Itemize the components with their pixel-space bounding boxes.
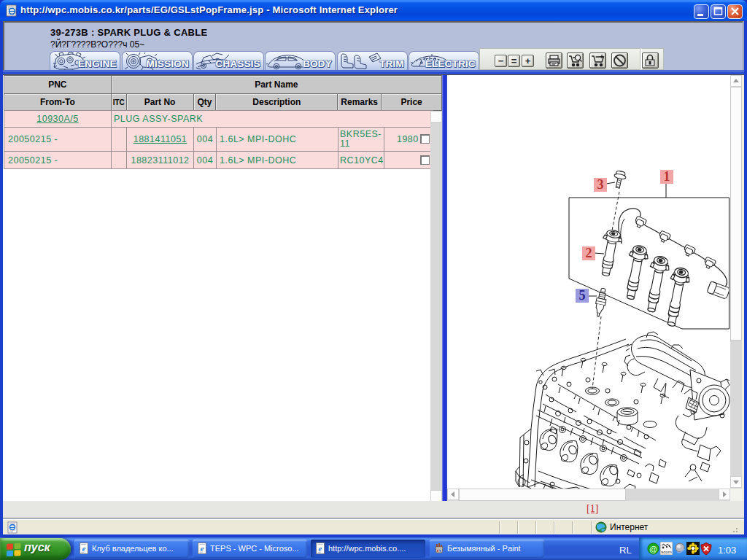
svg-text:@: @ <box>649 545 657 553</box>
svg-text:3: 3 <box>597 177 604 192</box>
svg-text:e: e <box>82 544 86 553</box>
svg-text:scom: scom <box>661 550 671 554</box>
svg-text:e: e <box>201 544 204 553</box>
svg-text:2: 2 <box>586 246 592 260</box>
svg-text:5: 5 <box>579 288 586 303</box>
svg-text:e: e <box>319 544 322 553</box>
svg-text:1: 1 <box>664 169 670 184</box>
